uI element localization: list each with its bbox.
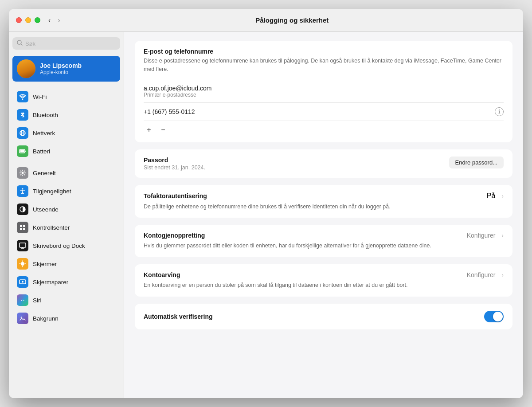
email-phone-card: E-post og telefonnumre Disse e-postadres… xyxy=(135,41,512,142)
svg-point-9 xyxy=(22,188,23,190)
svg-rect-12 xyxy=(23,225,25,227)
svg-rect-22 xyxy=(19,315,26,322)
auto-verify-toggle[interactable] xyxy=(484,311,504,322)
maximize-button[interactable] xyxy=(35,17,40,23)
sidebar-item-label: Wi-Fi xyxy=(33,94,47,100)
desktop-icon xyxy=(17,240,28,251)
appearance-icon xyxy=(17,204,28,215)
siri-icon xyxy=(17,294,28,306)
tfa-status-text: På xyxy=(487,192,496,200)
sidebar-item-label: Skjermsparer xyxy=(33,279,68,286)
forward-button[interactable]: › xyxy=(55,16,63,25)
sidebar-item-general[interactable]: Generelt xyxy=(12,164,120,182)
tfa-description: De pålitelige enhetene og telefonnumrene… xyxy=(144,203,504,211)
sidebar-item-label: Kontrollsenter xyxy=(33,224,70,231)
email-entry: a.cup.of.joe@icloud.com Primær e-postadr… xyxy=(144,80,504,102)
remove-button[interactable]: − xyxy=(158,125,168,135)
sidebar-item-label: Batteri xyxy=(33,148,50,155)
close-button[interactable] xyxy=(16,17,22,23)
sidebar-item-desktop[interactable]: Skrivebord og Dock xyxy=(12,237,120,254)
tfa-chevron-icon: › xyxy=(501,192,504,200)
tfa-header: Tofaktorautentisering På › De pålitelige… xyxy=(144,192,504,211)
recovery-action-row: Konfigurer › xyxy=(467,232,504,239)
tfa-title: Tofaktorautentisering xyxy=(144,192,207,200)
sidebar-item-label: Utseende xyxy=(33,206,59,213)
sidebar-item-screensaver[interactable]: Skjermsparer xyxy=(12,273,120,291)
avatar-image xyxy=(17,59,35,78)
tfa-status-row: På › xyxy=(487,192,504,200)
sidebar-item-accessibility[interactable]: Tilgjengelighet xyxy=(12,182,120,200)
tfa-card[interactable]: Tofaktorautentisering På › De pålitelige… xyxy=(135,185,512,218)
controlcenter-icon xyxy=(17,222,28,233)
recovery-header: Kontogjenoppretting Konfigurer › Hvis du… xyxy=(144,232,504,250)
avatar xyxy=(17,59,35,78)
search-bar[interactable] xyxy=(12,37,120,50)
sidebar-item-label: Nettverk xyxy=(33,130,55,137)
content: Joe Lipscomb Apple-konto Wi-Fi Bluetooth xyxy=(9,32,523,398)
email-section-desc: Disse e-postadressene og telefonnumrene … xyxy=(144,57,504,74)
inheritance-action-row: Konfigurer › xyxy=(467,271,504,278)
tfa-info: Tofaktorautentisering På › De pålitelige… xyxy=(144,192,504,211)
search-input[interactable] xyxy=(25,40,116,47)
svg-rect-15 xyxy=(20,243,26,247)
info-icon[interactable]: ℹ xyxy=(495,107,504,116)
add-button[interactable]: + xyxy=(144,125,154,135)
inheritance-header: Kontoarving Konfigurer › xyxy=(144,271,504,278)
sidebar: Joe Lipscomb Apple-konto Wi-Fi Bluetooth xyxy=(9,32,124,398)
inheritance-title: Kontoarving xyxy=(144,271,180,278)
general-icon xyxy=(17,167,28,179)
inheritance-description: En kontoarving er en person du stoler på… xyxy=(144,281,504,290)
sidebar-item-label: Generelt xyxy=(33,170,56,176)
auto-verify-card: Automatisk verifisering xyxy=(135,304,512,329)
sidebar-item-network[interactable]: Nettverk xyxy=(12,124,120,142)
auto-verify-title: Automatisk verifisering xyxy=(144,313,213,320)
sidebar-item-label: Skjermer xyxy=(33,261,57,267)
minimize-button[interactable] xyxy=(25,17,31,23)
svg-rect-7 xyxy=(20,150,24,153)
search-icon xyxy=(17,40,23,47)
add-remove-row: + − xyxy=(144,121,504,135)
battery-icon xyxy=(17,145,28,157)
inheritance-action-text: Konfigurer xyxy=(467,271,496,278)
bluetooth-icon xyxy=(17,109,28,121)
accessibility-icon xyxy=(17,185,28,197)
sidebar-item-label: Skrivebord og Dock xyxy=(33,243,85,249)
network-icon xyxy=(17,127,28,139)
wallpaper-icon xyxy=(17,313,28,324)
traffic-lights xyxy=(16,17,40,23)
recovery-action-text: Konfigurer xyxy=(467,232,496,239)
password-card: Passord Sist endret 31. jan. 2024. Endre… xyxy=(135,149,512,178)
recovery-card[interactable]: Kontogjenoppretting Konfigurer › Hvis du… xyxy=(135,225,512,257)
password-last-changed: Sist endret 31. jan. 2024. xyxy=(144,164,205,171)
sidebar-item-battery[interactable]: Batteri xyxy=(12,142,120,160)
recovery-description: Hvis du glemmer passordet ditt eller kod… xyxy=(144,242,504,250)
user-name: Joe Lipscomb xyxy=(40,62,82,69)
inheritance-card[interactable]: Kontoarving Konfigurer › En kontoarving … xyxy=(135,264,512,297)
auto-verify-header: Automatisk verifisering xyxy=(144,311,504,322)
screensaver-icon xyxy=(17,276,28,288)
change-password-button[interactable]: Endre passord... xyxy=(449,157,504,168)
sidebar-item-label: Siri xyxy=(33,297,42,304)
user-item[interactable]: Joe Lipscomb Apple-konto xyxy=(12,56,120,82)
recovery-title: Kontogjenoppretting xyxy=(144,232,205,239)
sidebar-item-wifi[interactable]: Wi-Fi xyxy=(12,88,120,106)
user-info: Joe Lipscomb Apple-konto xyxy=(40,62,82,75)
sidebar-item-wallpaper[interactable]: Bakgrunn xyxy=(12,309,120,327)
svg-rect-13 xyxy=(20,228,22,230)
sidebar-item-appearance[interactable]: Utseende xyxy=(12,200,120,218)
sidebar-item-bluetooth[interactable]: Bluetooth xyxy=(12,106,120,124)
main-window: ‹ › Pålogging og sikkerhet xyxy=(9,9,523,398)
phone-number: +1 (667) 555-0112 xyxy=(144,108,195,115)
sidebar-item-displays[interactable]: Skjermer xyxy=(12,255,120,273)
phone-row: +1 (667) 555-0112 ℹ xyxy=(144,102,504,121)
back-button[interactable]: ‹ xyxy=(46,16,53,25)
svg-point-20 xyxy=(22,281,23,283)
email-address: a.cup.of.joe@icloud.com xyxy=(144,85,504,92)
displays-icon xyxy=(17,258,28,270)
window-title: Pålogging og sikkerhet xyxy=(68,16,516,24)
email-section-title: E-post og telefonnumre xyxy=(144,48,504,55)
recovery-info: Kontogjenoppretting Konfigurer › Hvis du… xyxy=(144,232,504,250)
sidebar-item-controlcenter[interactable]: Kontrollsenter xyxy=(12,219,120,236)
sidebar-item-label: Bakgrunn xyxy=(33,315,59,322)
sidebar-item-siri[interactable]: Siri xyxy=(12,291,120,309)
